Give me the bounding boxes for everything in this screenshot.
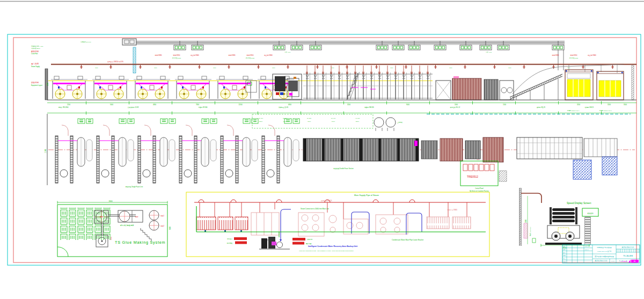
speed-display-title: Speed Display Screen: [567, 202, 591, 205]
hanger-note: 吊架 HJ-2: [284, 51, 291, 53]
svg-text:双面烘道 Double Facer Section: 双面烘道 Double Facer Section: [333, 167, 354, 170]
svg-text:球阀 DN50: 球阀 DN50: [570, 54, 577, 56]
steam-branch-pipe: [521, 193, 541, 203]
svg-text:疏水阀组 DN25: 疏水阀组 DN25: [569, 57, 579, 59]
svg-text:4500: 4500: [477, 159, 480, 161]
svg-text:22kW: 22kW: [356, 121, 360, 122]
valve-label-cluster: 闸阀 DN80 球阀 DN50 截止阀 DN40 疏水阀组 DN25: [552, 54, 597, 59]
speed-display-area: 2600 预留孔 300×300 Speed Display Screen 65…: [519, 188, 598, 249]
glue-system-title: TS Glue Making System: [115, 240, 165, 245]
svg-text:9800: 9800: [169, 227, 171, 230]
svg-text:审核: 审核: [563, 255, 566, 257]
section-label-cn: 蒸汽管路: [31, 62, 39, 65]
svg-text:纵切压线 NC-12: 纵切压线 NC-12: [450, 106, 460, 108]
pallet-stack-2: [602, 157, 617, 175]
stacker-unit-1: [565, 70, 593, 100]
svg-text:好利用机械: 好利用机械: [621, 260, 628, 262]
svg-text:2500: 2500: [508, 67, 511, 69]
svg-text:4800: 4800: [153, 104, 156, 106]
recovery-unit-cluster: 蒸汽进口 疏水阀组 冷凝水泵 回收装置: [227, 237, 313, 249]
svg-text:YW-150: YW-150: [355, 118, 361, 119]
svg-text:闸阀 DN80: 闸阀 DN80: [155, 54, 162, 56]
svg-text:By Series to Customer Factory: By Series to Customer Factory: [470, 190, 489, 192]
double-facer-plan: [303, 138, 419, 161]
svg-text:单面机组 Single Facer Line: 单面机组 Single Facer Line: [126, 186, 143, 188]
margin-note: 行车轨道 标高+4.500: [31, 45, 43, 47]
end-wall-column: [632, 65, 634, 100]
svg-text:TS-2A-4EB: TS-2A-4EB: [623, 255, 633, 257]
svg-text:堆码机 Stacker No.2: 堆码机 Stacker No.2: [599, 110, 612, 112]
margin-note: 吊架间距 ≤2500: [31, 48, 41, 49]
svg-text:风机: 风机: [89, 121, 91, 123]
glue-storage-tanks: 储罐1 储罐2: [149, 210, 164, 230]
glue-stairs: [141, 228, 151, 241]
svg-text:原纸: 原纸: [80, 121, 83, 123]
svg-text:蒸汽进口: 蒸汽进口: [227, 238, 233, 240]
svg-text:2500: 2500: [213, 67, 216, 69]
svg-text:堆码机 DM-25: 堆码机 DM-25: [584, 106, 594, 108]
svg-text:3200: 3200: [608, 104, 611, 106]
piping-blue-note: Intelligent Condensate Water Recovery Au…: [308, 245, 358, 247]
revision-strip: [616, 249, 640, 252]
pallet-stack-1: [573, 160, 591, 179]
rail-note: 电缆桥架 200×100: [80, 41, 91, 43]
control-panel-plan: TRE0512 4500 Control Panel By Series to …: [460, 159, 507, 192]
svg-text:9000: 9000: [406, 104, 409, 106]
section-label-en: Steam Supply: [31, 65, 40, 68]
access-ladder: [585, 217, 590, 245]
svg-text:1500: 1500: [503, 104, 506, 106]
svg-text:闸阀 DN80: 闸阀 DN80: [552, 54, 559, 56]
svg-text:2500: 2500: [154, 67, 157, 69]
section-label-cn: 设备布置: [31, 81, 39, 84]
svg-text:3200: 3200: [577, 104, 580, 106]
svg-text:2500: 2500: [449, 67, 452, 69]
left-dim: 5200: [47, 83, 49, 86]
steam-piping-diagram: Main Supply Pipe of Steam 蒸汽主管 DN125 冷凝水…: [186, 192, 489, 257]
svg-text:65019: 65019: [587, 212, 594, 215]
svg-text:3200: 3200: [347, 104, 350, 106]
condensate-pipes-blue: [280, 209, 422, 242]
svg-text:55kW: 55kW: [259, 121, 263, 122]
svg-text:工艺: 工艺: [563, 258, 566, 260]
svg-text:疏水阀组: 疏水阀组: [227, 242, 233, 244]
exit-conveyors-plan: [517, 137, 617, 179]
radiator-combs: [196, 217, 248, 232]
svg-text:12500: 12500: [238, 104, 243, 106]
svg-text:预留孔 300×300: 预留孔 300×300: [529, 227, 531, 236]
section-label-en: Crane Rail: [31, 53, 38, 55]
cad-drawing-canvas: 行车轨道 标高+4.500 吊架间距 ≤2500 桥架布置 Crane Rail…: [0, 0, 644, 299]
svg-text:Condensate Water Main Pipe Low: Condensate Water Main Pipe Lower Bracket: [392, 239, 423, 241]
dryer-section: [303, 65, 433, 99]
svg-text:截止阀 DN40: 截止阀 DN40: [264, 54, 273, 56]
stacker-unit-2: [597, 71, 624, 100]
svg-text:1:100: 1:100: [611, 260, 615, 262]
svg-text:疏水阀组 DN25: 疏水阀组 DN25: [172, 57, 181, 59]
plan-glue-tanks: 上浆泵站: [374, 118, 403, 131]
section-label-en: Equipment Layout: [31, 84, 42, 86]
elevation-dimensions: 2200 5600 4800 7800 12500 6800 3200 9000…: [47, 101, 636, 112]
svg-text:冷凝水管 DN65: 冷凝水管 DN65: [447, 209, 458, 211]
svg-text:蒸汽主管 DN125: 蒸汽主管 DN125: [321, 200, 332, 202]
svg-text:55kW: 55kW: [283, 121, 287, 122]
svg-text:配胶: 配胶: [135, 216, 138, 218]
finishing-machines: [436, 76, 514, 100]
valve-label-cluster: 闸阀 DN80 球阀 DN50 截止阀 DN40 疏水阀组 DN25: [229, 54, 273, 59]
svg-text:2200: 2200: [67, 104, 70, 106]
svg-text:储罐1: 储罐1: [160, 215, 164, 217]
drawing-svg: 行车轨道 标高+4.500 吊架间距 ≤2500 桥架布置 Crane Rail…: [0, 0, 644, 299]
steam-main-red: [194, 200, 486, 219]
svg-text:A1250-2500-2.2-01: A1250-2500-2.2-01: [622, 246, 634, 249]
svg-text:2000: 2000: [455, 104, 458, 106]
elevation-view: 吊架 HJ-2 吊架 HJ-2 闸阀 DN80 球阀 DN50 截止阀 DN40…: [45, 39, 636, 112]
section-label-cn: 桥架布置: [31, 50, 39, 53]
svg-text:上浆泵站: 上浆泵站: [397, 121, 403, 123]
svg-text:WJ250-2500-2.2 生产线: WJ250-2500-2.2 生产线: [597, 250, 612, 252]
svg-text:储罐2: 储罐2: [160, 225, 164, 227]
valve-label-cluster: 闸阀 DN80 球阀 DN50 截止阀 DN40 疏水阀组 DN25: [155, 54, 200, 59]
svg-text:2500: 2500: [95, 67, 98, 69]
duct-riser: [133, 47, 136, 73]
wall-column: [519, 188, 521, 246]
piping-title: Main Supply Pipe of Steam: [354, 194, 379, 196]
svg-text:HL: HL: [634, 260, 636, 262]
svg-text:闸阀 DN80: 闸阀 DN80: [229, 54, 236, 56]
